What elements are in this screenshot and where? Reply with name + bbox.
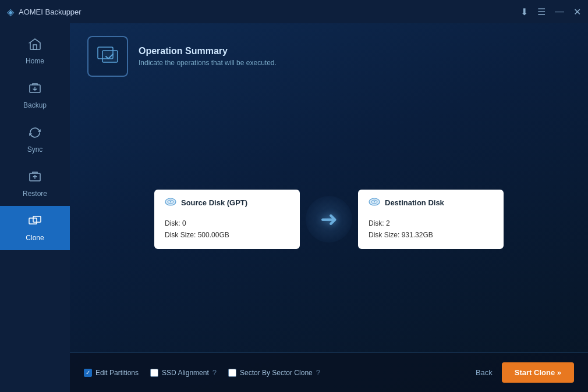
sidebar-item-backup[interactable]: Backup (0, 73, 70, 117)
header-text: Operation Summary Indicate the operation… (139, 46, 277, 67)
sidebar-item-home[interactable]: Home (0, 29, 70, 73)
svg-rect-0 (33, 45, 37, 49)
bottom-options: Edit Partitions SSD Alignment ? Sector B… (84, 368, 320, 377)
svg-point-9 (170, 201, 171, 202)
close-icon[interactable]: ✕ (573, 6, 581, 17)
backup-icon (28, 81, 42, 98)
bottom-actions: Back Start Clone » (476, 362, 574, 383)
sync-icon (28, 126, 42, 142)
sector-by-sector-label: Sector By Sector Clone (240, 369, 313, 377)
sector-by-sector-help-icon[interactable]: ? (316, 368, 320, 377)
sidebar: Home Backup Sync (0, 23, 70, 392)
source-disk-header: Source Disk (GPT) (165, 198, 289, 208)
ssd-alignment-label: SSD Alignment (162, 369, 209, 377)
restore-icon (28, 170, 42, 186)
download-icon[interactable]: ⬇ (520, 6, 528, 17)
minimize-icon[interactable]: — (555, 6, 564, 17)
ssd-alignment-help-icon[interactable]: ? (212, 368, 217, 377)
bottom-bar: Edit Partitions SSD Alignment ? Sector B… (70, 352, 588, 392)
app-logo-icon: ◈ (7, 6, 14, 17)
source-disk-icon (165, 198, 176, 208)
app-title: AOMEI Backupper (19, 8, 82, 16)
edit-partitions-checkbox[interactable] (84, 369, 92, 377)
edit-partitions-label: Edit Partitions (95, 369, 139, 377)
home-icon (28, 37, 42, 54)
destination-disk-info: Disk: 2 Disk Size: 931.32GB (369, 218, 493, 241)
source-disk-card: Source Disk (GPT) Disk: 0 Disk Size: 500… (154, 190, 300, 250)
sidebar-label-home: Home (26, 57, 44, 65)
destination-disk-card: Destination Disk Disk: 2 Disk Size: 931.… (358, 190, 504, 250)
ssd-alignment-option[interactable]: SSD Alignment ? (150, 368, 217, 377)
destination-disk-size: Disk Size: 931.32GB (369, 229, 493, 241)
destination-disk-number: Disk: 2 (369, 218, 493, 229)
clone-arrow-container: ➜ (300, 196, 358, 243)
destination-disk-label: Destination Disk (385, 198, 444, 207)
sidebar-item-restore[interactable]: Restore (0, 162, 70, 206)
sidebar-label-restore: Restore (23, 190, 47, 198)
sidebar-label-sync: Sync (27, 145, 43, 154)
source-disk-label: Source Disk (GPT) (181, 198, 247, 207)
header-icon-box (87, 36, 128, 77)
titlebar-left: ◈ AOMEI Backupper (7, 6, 82, 17)
source-disk-size: Disk Size: 500.00GB (165, 229, 289, 241)
clone-icon (28, 214, 42, 230)
content-header: Operation Summary Indicate the operation… (70, 23, 588, 86)
ssd-alignment-checkbox[interactable] (150, 369, 158, 377)
operation-summary-title: Operation Summary (139, 46, 277, 56)
destination-disk-header: Destination Disk (369, 198, 493, 208)
operation-summary-icon (95, 42, 120, 71)
sidebar-item-clone[interactable]: Clone (0, 206, 70, 250)
titlebar-controls: ⬇ ☰ — ✕ (520, 6, 581, 17)
titlebar: ◈ AOMEI Backupper ⬇ ☰ — ✕ (0, 0, 588, 23)
sidebar-label-backup: Backup (23, 101, 47, 109)
start-clone-button[interactable]: Start Clone » (502, 362, 574, 383)
destination-disk-icon (369, 198, 380, 208)
sidebar-label-clone: Clone (26, 234, 44, 242)
source-disk-info: Disk: 0 Disk Size: 500.00GB (165, 218, 289, 241)
edit-partitions-option[interactable]: Edit Partitions (84, 369, 139, 377)
diagram-area: Source Disk (GPT) Disk: 0 Disk Size: 500… (70, 86, 588, 352)
clone-arrow-icon: ➜ (320, 207, 338, 231)
menu-icon[interactable]: ☰ (537, 6, 546, 17)
content-area: Operation Summary Indicate the operation… (70, 23, 588, 392)
operation-summary-subtitle: Indicate the operations that will be exe… (139, 59, 277, 67)
sector-by-sector-option[interactable]: Sector By Sector Clone ? (228, 368, 320, 377)
svg-point-12 (374, 201, 375, 202)
sidebar-item-sync[interactable]: Sync (0, 117, 70, 162)
sector-by-sector-checkbox[interactable] (228, 369, 236, 377)
back-button[interactable]: Back (476, 368, 493, 377)
clone-arrow-bg: ➜ (306, 196, 352, 243)
source-disk-number: Disk: 0 (165, 218, 289, 229)
main-layout: Home Backup Sync (0, 23, 588, 392)
